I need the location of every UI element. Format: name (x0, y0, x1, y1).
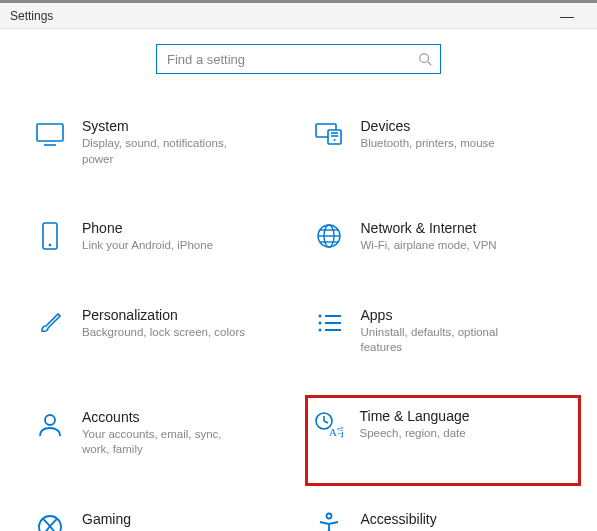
search-icon (418, 52, 432, 66)
svg-line-25 (324, 421, 328, 423)
tile-devices[interactable]: Devices Bluetooth, printers, mouse (309, 114, 578, 171)
svg-point-0 (420, 54, 429, 63)
tile-gaming[interactable]: Gaming Xbox Game Bar, captures, Game Mod… (30, 507, 299, 531)
titlebar: Settings — (0, 3, 597, 29)
search-input[interactable] (165, 51, 418, 68)
tile-phone[interactable]: Phone Link your Android, iPhone (30, 216, 299, 258)
accessibility-icon (313, 511, 345, 531)
tile-desc: Link your Android, iPhone (82, 238, 213, 254)
svg-point-10 (49, 244, 52, 247)
phone-icon (34, 220, 66, 252)
tile-text: Accessibility Narrator, magnifier, high … (361, 511, 528, 531)
system-icon (34, 118, 66, 150)
tile-title: Phone (82, 220, 213, 236)
tile-desc: Background, lock screen, colors (82, 325, 245, 341)
paintbrush-icon (34, 307, 66, 339)
svg-rect-5 (328, 130, 341, 144)
tile-title: Network & Internet (361, 220, 497, 236)
tile-text: Personalization Background, lock screen,… (82, 307, 245, 341)
tile-text: Devices Bluetooth, printers, mouse (361, 118, 495, 152)
tile-apps[interactable]: Apps Uninstall, defaults, optional featu… (309, 303, 578, 360)
tile-text: Apps Uninstall, defaults, optional featu… (361, 307, 531, 356)
svg-point-28 (326, 513, 331, 518)
svg-point-27 (39, 516, 61, 531)
svg-point-20 (318, 328, 321, 331)
tile-text: Network & Internet Wi-Fi, airplane mode,… (361, 220, 497, 254)
svg-point-16 (318, 314, 321, 317)
window-title: Settings (10, 9, 53, 23)
settings-grid: System Display, sound, notifications, po… (20, 114, 577, 531)
tile-title: System (82, 118, 252, 134)
tile-title: Time & Language (360, 408, 470, 424)
accounts-icon (34, 409, 66, 441)
tile-time-language[interactable]: A字 Time & Language Speech, region, date (305, 395, 582, 486)
svg-line-1 (428, 62, 432, 66)
content-area: System Display, sound, notifications, po… (0, 29, 597, 531)
tile-title: Gaming (82, 511, 252, 527)
tile-network[interactable]: Network & Internet Wi-Fi, airplane mode,… (309, 216, 578, 258)
tile-title: Personalization (82, 307, 245, 323)
tile-title: Apps (361, 307, 531, 323)
svg-rect-2 (37, 124, 63, 141)
tile-title: Devices (361, 118, 495, 134)
tile-desc: Bluetooth, printers, mouse (361, 136, 495, 152)
time-language-icon: A字 (312, 408, 344, 440)
svg-point-8 (333, 139, 335, 141)
tile-title: Accounts (82, 409, 252, 425)
tile-personalization[interactable]: Personalization Background, lock screen,… (30, 303, 299, 360)
minimize-button[interactable]: — (547, 8, 587, 24)
tile-desc: Display, sound, notifications, power (82, 136, 252, 167)
devices-icon (313, 118, 345, 150)
svg-point-18 (318, 321, 321, 324)
svg-point-22 (45, 415, 55, 425)
tile-desc: Wi-Fi, airplane mode, VPN (361, 238, 497, 254)
tile-accounts[interactable]: Accounts Your accounts, email, sync, wor… (30, 405, 299, 462)
tile-text: Accounts Your accounts, email, sync, wor… (82, 409, 252, 458)
tile-text: System Display, sound, notifications, po… (82, 118, 252, 167)
search-box[interactable] (156, 44, 441, 74)
tile-desc: Uninstall, defaults, optional features (361, 325, 531, 356)
apps-list-icon (313, 307, 345, 339)
tile-system[interactable]: System Display, sound, notifications, po… (30, 114, 299, 171)
tile-text: Time & Language Speech, region, date (360, 408, 470, 442)
tile-text: Phone Link your Android, iPhone (82, 220, 213, 254)
tile-text: Gaming Xbox Game Bar, captures, Game Mod… (82, 511, 252, 531)
search-container (20, 44, 577, 74)
tile-desc: Your accounts, email, sync, work, family (82, 427, 252, 458)
svg-text:A字: A字 (329, 426, 343, 438)
xbox-icon (34, 511, 66, 531)
tile-title: Accessibility (361, 511, 528, 527)
tile-accessibility[interactable]: Accessibility Narrator, magnifier, high … (309, 507, 578, 531)
globe-icon (313, 220, 345, 252)
tile-desc: Speech, region, date (360, 426, 470, 442)
